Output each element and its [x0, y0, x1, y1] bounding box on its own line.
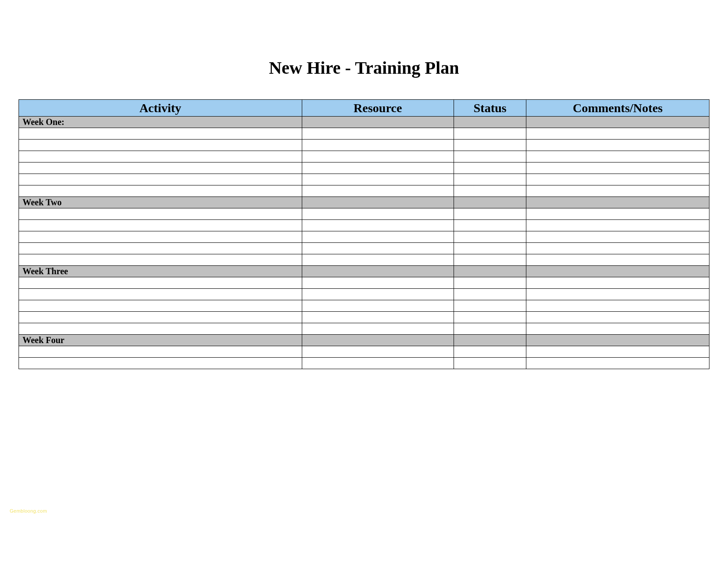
document-page: New Hire - Training Plan Activity Resour… — [0, 0, 728, 369]
table-cell — [19, 323, 302, 335]
table-cell — [19, 346, 302, 358]
table-row — [19, 140, 709, 151]
table-cell — [526, 358, 709, 369]
table-cell — [454, 358, 526, 369]
section-empty-cell — [454, 266, 526, 277]
section-empty-cell — [302, 197, 454, 208]
table-cell — [454, 174, 526, 185]
table-cell — [526, 300, 709, 312]
table-cell — [19, 208, 302, 220]
table-row — [19, 300, 709, 312]
table-cell — [302, 162, 454, 174]
table-cell — [19, 289, 302, 300]
table-cell — [526, 140, 709, 151]
table-cell — [19, 277, 302, 289]
table-cell — [454, 254, 526, 266]
table-cell — [19, 243, 302, 254]
table-row — [19, 208, 709, 220]
table-cell — [302, 220, 454, 231]
table-cell — [19, 300, 302, 312]
table-cell — [19, 151, 302, 162]
table-cell — [526, 277, 709, 289]
table-cell — [454, 277, 526, 289]
table-cell — [526, 128, 709, 140]
section-empty-cell — [302, 266, 454, 277]
table-row — [19, 346, 709, 358]
section-label-cell: Week Four — [19, 335, 302, 346]
table-cell — [454, 323, 526, 335]
table-cell — [302, 128, 454, 140]
table-cell — [302, 243, 454, 254]
watermark-text: Gembloong.com — [10, 508, 47, 514]
table-cell — [454, 208, 526, 220]
table-cell — [526, 231, 709, 243]
table-cell — [454, 289, 526, 300]
table-row — [19, 174, 709, 185]
table-cell — [526, 151, 709, 162]
table-cell — [454, 300, 526, 312]
table-row — [19, 243, 709, 254]
table-row — [19, 277, 709, 289]
table-cell — [302, 312, 454, 323]
table-cell — [302, 174, 454, 185]
table-cell — [302, 358, 454, 369]
table-cell — [526, 323, 709, 335]
training-plan-table: Activity Resource Status Comments/Notes … — [19, 99, 709, 369]
section-empty-cell — [526, 117, 709, 128]
table-body: Week One:Week TwoWeek ThreeWeek Four — [19, 117, 709, 369]
section-empty-cell — [302, 335, 454, 346]
table-cell — [454, 185, 526, 197]
section-empty-cell — [526, 266, 709, 277]
section-row: Week Three — [19, 266, 709, 277]
section-label-cell: Week One: — [19, 117, 302, 128]
table-row — [19, 254, 709, 266]
table-row — [19, 185, 709, 197]
table-cell — [454, 243, 526, 254]
table-cell — [302, 254, 454, 266]
table-cell — [302, 277, 454, 289]
section-empty-cell — [526, 197, 709, 208]
table-cell — [302, 323, 454, 335]
table-cell — [302, 208, 454, 220]
table-cell — [526, 208, 709, 220]
table-cell — [526, 243, 709, 254]
section-empty-cell — [454, 117, 526, 128]
table-cell — [302, 151, 454, 162]
section-empty-cell — [526, 335, 709, 346]
table-cell — [19, 220, 302, 231]
table-cell — [302, 300, 454, 312]
table-row — [19, 128, 709, 140]
table-cell — [454, 312, 526, 323]
table-cell — [454, 220, 526, 231]
table-cell — [526, 289, 709, 300]
table-row — [19, 358, 709, 369]
table-cell — [526, 312, 709, 323]
table-cell — [526, 346, 709, 358]
table-cell — [454, 346, 526, 358]
section-empty-cell — [454, 335, 526, 346]
table-cell — [19, 312, 302, 323]
table-cell — [454, 162, 526, 174]
table-cell — [19, 174, 302, 185]
col-header-activity: Activity — [19, 100, 302, 117]
table-row — [19, 162, 709, 174]
table-cell — [526, 185, 709, 197]
table-cell — [302, 289, 454, 300]
table-cell — [526, 174, 709, 185]
section-empty-cell — [454, 197, 526, 208]
table-cell — [19, 185, 302, 197]
table-cell — [19, 358, 302, 369]
col-header-comments: Comments/Notes — [526, 100, 709, 117]
table-cell — [19, 140, 302, 151]
table-cell — [19, 231, 302, 243]
section-empty-cell — [302, 117, 454, 128]
section-label-cell: Week Two — [19, 197, 302, 208]
page-title: New Hire - Training Plan — [19, 57, 709, 78]
table-cell — [454, 128, 526, 140]
table-cell — [526, 254, 709, 266]
table-row — [19, 312, 709, 323]
table-header-row: Activity Resource Status Comments/Notes — [19, 100, 709, 117]
table-cell — [454, 151, 526, 162]
table-row — [19, 151, 709, 162]
col-header-resource: Resource — [302, 100, 454, 117]
